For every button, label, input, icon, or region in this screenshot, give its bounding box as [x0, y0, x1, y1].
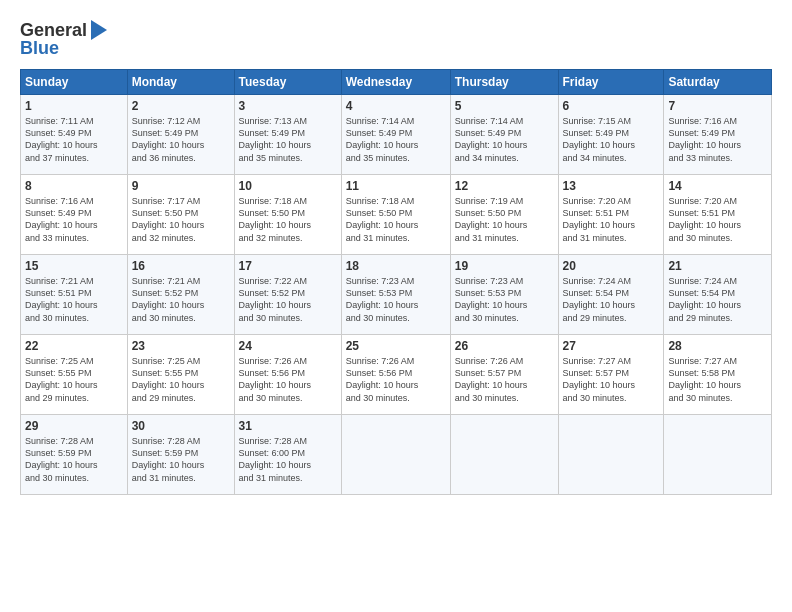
day-info: Sunrise: 7:16 AM Sunset: 5:49 PM Dayligh…	[668, 116, 741, 162]
calendar-cell: 16Sunrise: 7:21 AM Sunset: 5:52 PM Dayli…	[127, 255, 234, 335]
column-header-sunday: Sunday	[21, 70, 128, 95]
day-number: 3	[239, 98, 337, 114]
calendar-cell: 6Sunrise: 7:15 AM Sunset: 5:49 PM Daylig…	[558, 95, 664, 175]
calendar-cell: 26Sunrise: 7:26 AM Sunset: 5:57 PM Dayli…	[450, 335, 558, 415]
day-info: Sunrise: 7:11 AM Sunset: 5:49 PM Dayligh…	[25, 116, 98, 162]
day-number: 22	[25, 338, 123, 354]
calendar-table: SundayMondayTuesdayWednesdayThursdayFrid…	[20, 69, 772, 495]
calendar-cell: 8Sunrise: 7:16 AM Sunset: 5:49 PM Daylig…	[21, 175, 128, 255]
day-info: Sunrise: 7:22 AM Sunset: 5:52 PM Dayligh…	[239, 276, 312, 322]
calendar-cell: 11Sunrise: 7:18 AM Sunset: 5:50 PM Dayli…	[341, 175, 450, 255]
calendar-page: General Blue SundayMondayTuesdayWednesda…	[0, 0, 792, 612]
calendar-cell: 9Sunrise: 7:17 AM Sunset: 5:50 PM Daylig…	[127, 175, 234, 255]
day-number: 2	[132, 98, 230, 114]
day-info: Sunrise: 7:16 AM Sunset: 5:49 PM Dayligh…	[25, 196, 98, 242]
calendar-cell: 2Sunrise: 7:12 AM Sunset: 5:49 PM Daylig…	[127, 95, 234, 175]
day-info: Sunrise: 7:14 AM Sunset: 5:49 PM Dayligh…	[455, 116, 528, 162]
column-header-monday: Monday	[127, 70, 234, 95]
day-number: 27	[563, 338, 660, 354]
day-info: Sunrise: 7:23 AM Sunset: 5:53 PM Dayligh…	[455, 276, 528, 322]
day-number: 17	[239, 258, 337, 274]
header: General Blue	[20, 18, 772, 59]
calendar-cell: 15Sunrise: 7:21 AM Sunset: 5:51 PM Dayli…	[21, 255, 128, 335]
calendar-cell: 5Sunrise: 7:14 AM Sunset: 5:49 PM Daylig…	[450, 95, 558, 175]
day-number: 20	[563, 258, 660, 274]
column-header-saturday: Saturday	[664, 70, 772, 95]
calendar-cell: 24Sunrise: 7:26 AM Sunset: 5:56 PM Dayli…	[234, 335, 341, 415]
calendar-cell: 3Sunrise: 7:13 AM Sunset: 5:49 PM Daylig…	[234, 95, 341, 175]
calendar-cell: 13Sunrise: 7:20 AM Sunset: 5:51 PM Dayli…	[558, 175, 664, 255]
day-info: Sunrise: 7:12 AM Sunset: 5:49 PM Dayligh…	[132, 116, 205, 162]
day-info: Sunrise: 7:27 AM Sunset: 5:57 PM Dayligh…	[563, 356, 636, 402]
column-header-tuesday: Tuesday	[234, 70, 341, 95]
day-number: 14	[668, 178, 767, 194]
day-info: Sunrise: 7:25 AM Sunset: 5:55 PM Dayligh…	[25, 356, 98, 402]
day-number: 8	[25, 178, 123, 194]
calendar-cell: 27Sunrise: 7:27 AM Sunset: 5:57 PM Dayli…	[558, 335, 664, 415]
calendar-cell: 22Sunrise: 7:25 AM Sunset: 5:55 PM Dayli…	[21, 335, 128, 415]
day-info: Sunrise: 7:24 AM Sunset: 5:54 PM Dayligh…	[668, 276, 741, 322]
calendar-cell: 19Sunrise: 7:23 AM Sunset: 5:53 PM Dayli…	[450, 255, 558, 335]
day-number: 12	[455, 178, 554, 194]
calendar-cell: 28Sunrise: 7:27 AM Sunset: 5:58 PM Dayli…	[664, 335, 772, 415]
day-number: 28	[668, 338, 767, 354]
day-number: 6	[563, 98, 660, 114]
calendar-cell: 4Sunrise: 7:14 AM Sunset: 5:49 PM Daylig…	[341, 95, 450, 175]
day-number: 30	[132, 418, 230, 434]
day-number: 11	[346, 178, 446, 194]
day-info: Sunrise: 7:20 AM Sunset: 5:51 PM Dayligh…	[563, 196, 636, 242]
day-number: 16	[132, 258, 230, 274]
day-number: 25	[346, 338, 446, 354]
calendar-body: 1Sunrise: 7:11 AM Sunset: 5:49 PM Daylig…	[21, 95, 772, 495]
calendar-cell: 30Sunrise: 7:28 AM Sunset: 5:59 PM Dayli…	[127, 415, 234, 495]
day-info: Sunrise: 7:18 AM Sunset: 5:50 PM Dayligh…	[239, 196, 312, 242]
column-header-friday: Friday	[558, 70, 664, 95]
calendar-cell: 7Sunrise: 7:16 AM Sunset: 5:49 PM Daylig…	[664, 95, 772, 175]
day-number: 26	[455, 338, 554, 354]
logo-icon	[89, 18, 109, 42]
day-info: Sunrise: 7:18 AM Sunset: 5:50 PM Dayligh…	[346, 196, 419, 242]
day-info: Sunrise: 7:21 AM Sunset: 5:52 PM Dayligh…	[132, 276, 205, 322]
calendar-week-row: 15Sunrise: 7:21 AM Sunset: 5:51 PM Dayli…	[21, 255, 772, 335]
day-info: Sunrise: 7:13 AM Sunset: 5:49 PM Dayligh…	[239, 116, 312, 162]
calendar-cell: 29Sunrise: 7:28 AM Sunset: 5:59 PM Dayli…	[21, 415, 128, 495]
calendar-week-row: 22Sunrise: 7:25 AM Sunset: 5:55 PM Dayli…	[21, 335, 772, 415]
day-info: Sunrise: 7:23 AM Sunset: 5:53 PM Dayligh…	[346, 276, 419, 322]
svg-marker-0	[91, 20, 107, 40]
day-info: Sunrise: 7:26 AM Sunset: 5:56 PM Dayligh…	[346, 356, 419, 402]
calendar-header-row: SundayMondayTuesdayWednesdayThursdayFrid…	[21, 70, 772, 95]
day-number: 13	[563, 178, 660, 194]
day-number: 5	[455, 98, 554, 114]
day-number: 9	[132, 178, 230, 194]
calendar-week-row: 1Sunrise: 7:11 AM Sunset: 5:49 PM Daylig…	[21, 95, 772, 175]
day-number: 15	[25, 258, 123, 274]
calendar-cell	[558, 415, 664, 495]
column-header-wednesday: Wednesday	[341, 70, 450, 95]
calendar-cell	[450, 415, 558, 495]
calendar-cell: 31Sunrise: 7:28 AM Sunset: 6:00 PM Dayli…	[234, 415, 341, 495]
day-number: 7	[668, 98, 767, 114]
column-header-thursday: Thursday	[450, 70, 558, 95]
day-info: Sunrise: 7:25 AM Sunset: 5:55 PM Dayligh…	[132, 356, 205, 402]
calendar-cell: 14Sunrise: 7:20 AM Sunset: 5:51 PM Dayli…	[664, 175, 772, 255]
day-number: 4	[346, 98, 446, 114]
day-info: Sunrise: 7:28 AM Sunset: 5:59 PM Dayligh…	[132, 436, 205, 482]
day-info: Sunrise: 7:28 AM Sunset: 5:59 PM Dayligh…	[25, 436, 98, 482]
day-info: Sunrise: 7:17 AM Sunset: 5:50 PM Dayligh…	[132, 196, 205, 242]
day-number: 10	[239, 178, 337, 194]
calendar-week-row: 29Sunrise: 7:28 AM Sunset: 5:59 PM Dayli…	[21, 415, 772, 495]
day-number: 21	[668, 258, 767, 274]
day-info: Sunrise: 7:26 AM Sunset: 5:56 PM Dayligh…	[239, 356, 312, 402]
day-info: Sunrise: 7:28 AM Sunset: 6:00 PM Dayligh…	[239, 436, 312, 482]
calendar-cell	[341, 415, 450, 495]
day-info: Sunrise: 7:19 AM Sunset: 5:50 PM Dayligh…	[455, 196, 528, 242]
day-info: Sunrise: 7:15 AM Sunset: 5:49 PM Dayligh…	[563, 116, 636, 162]
calendar-cell: 21Sunrise: 7:24 AM Sunset: 5:54 PM Dayli…	[664, 255, 772, 335]
day-number: 19	[455, 258, 554, 274]
day-number: 31	[239, 418, 337, 434]
day-info: Sunrise: 7:24 AM Sunset: 5:54 PM Dayligh…	[563, 276, 636, 322]
calendar-cell: 12Sunrise: 7:19 AM Sunset: 5:50 PM Dayli…	[450, 175, 558, 255]
calendar-cell	[664, 415, 772, 495]
day-info: Sunrise: 7:26 AM Sunset: 5:57 PM Dayligh…	[455, 356, 528, 402]
day-number: 1	[25, 98, 123, 114]
